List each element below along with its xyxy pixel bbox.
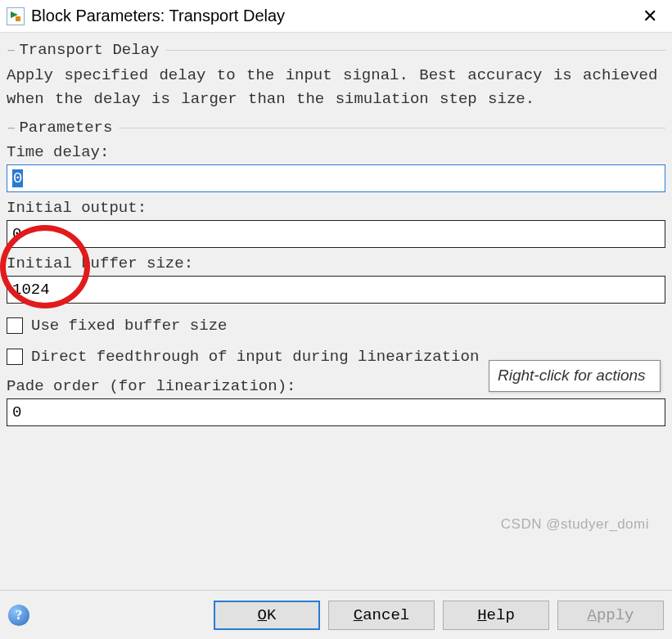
- tooltip-right-click: Right-click for actions: [489, 360, 661, 392]
- direct-feedthrough-checkbox[interactable]: [7, 349, 23, 365]
- window-title: Block Parameters: Transport Delay: [31, 7, 634, 25]
- group-transport-delay-label: Transport Delay: [19, 41, 159, 59]
- initial-buffer-label: Initial buffer size:: [7, 254, 665, 272]
- title-bar: Block Parameters: Transport Delay ✕: [0, 0, 672, 33]
- apply-button[interactable]: Apply: [557, 601, 664, 630]
- transport-delay-description: Apply specified delay to the input signa…: [7, 64, 665, 110]
- help-icon[interactable]: ?: [8, 605, 29, 626]
- initial-buffer-input[interactable]: [7, 276, 665, 304]
- dialog-body: – Transport Delay Apply specified delay …: [0, 33, 672, 590]
- pade-order-input[interactable]: [7, 398, 665, 426]
- app-icon: [7, 7, 25, 25]
- time-delay-label: Time delay:: [7, 143, 665, 161]
- help-button[interactable]: Help: [443, 601, 549, 630]
- group-parameters-label: Parameters: [19, 119, 112, 137]
- fixed-buffer-label: Use fixed buffer size: [31, 317, 227, 335]
- group-transport-delay-header: – Transport Delay: [7, 41, 665, 59]
- time-delay-value: 0: [12, 169, 23, 187]
- group-parameters-header: – Parameters: [7, 119, 665, 137]
- initial-output-input[interactable]: [7, 220, 665, 248]
- fixed-buffer-checkbox[interactable]: [7, 317, 23, 334]
- initial-output-label: Initial output:: [7, 199, 665, 217]
- fixed-buffer-row[interactable]: Use fixed buffer size: [7, 317, 665, 335]
- svg-rect-2: [16, 16, 20, 21]
- direct-feedthrough-label: Direct feedthrough of input during linea…: [31, 348, 479, 366]
- ok-button[interactable]: OK: [214, 601, 320, 630]
- cancel-button[interactable]: Cancel: [328, 601, 435, 630]
- close-icon[interactable]: ✕: [634, 6, 665, 27]
- dialog-footer: ? OK Cancel Help Apply: [0, 590, 672, 639]
- time-delay-input[interactable]: 0: [7, 164, 665, 192]
- watermark-text: CSDN @studyer_domi: [501, 516, 649, 533]
